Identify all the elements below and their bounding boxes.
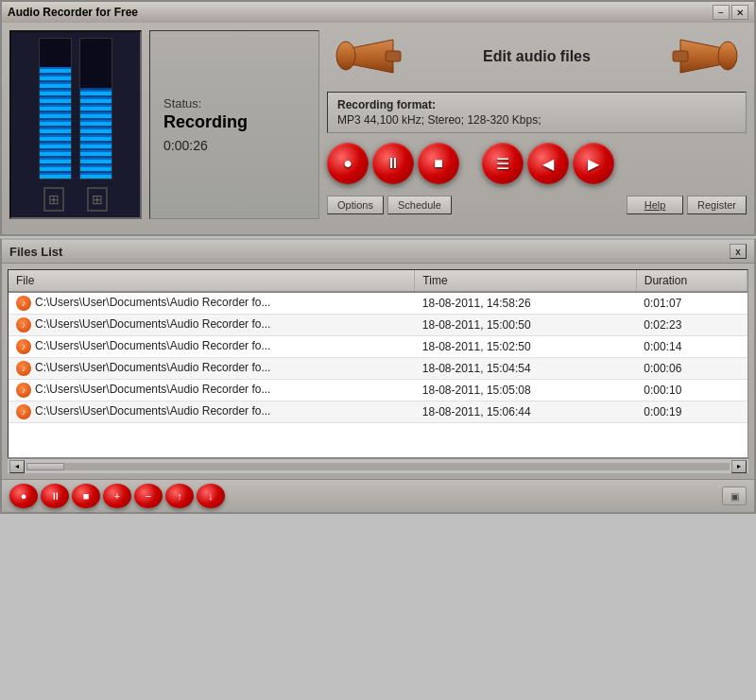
tb-export-button[interactable]: ↑ [165,484,194,508]
file-icon [16,383,31,398]
minimize-button[interactable]: − [713,5,730,20]
status-label: Status: [163,96,305,111]
file-path: C:\Users\User\Documents\Audio Recorder f… [9,336,415,358]
vu-icon-left: ⊞ [43,187,64,212]
record-button[interactable]: ● [327,143,369,184]
file-path: C:\Users\User\Documents\Audio Recorder f… [9,292,415,315]
file-time: 18-08-2011, 15:05:08 [415,380,636,401]
vu-icon-right: ⊞ [87,187,108,212]
svg-rect-0 [386,51,401,61]
window-title: Audio Recorder for Free [8,6,138,19]
format-value: MP3 44,100 kHz; Stereo; 128-320 Kbps; [337,113,736,127]
file-icon [16,404,31,419]
tb-import-button[interactable]: ↓ [197,484,225,508]
file-table-container[interactable]: File Time Duration C:\Users\User\Documen… [8,269,748,458]
file-table: File Time Duration C:\Users\User\Documen… [9,270,747,423]
stop-button[interactable]: ■ [418,143,459,184]
top-section: ⊞ ⊞ Status: Recording 0:00:26 [9,30,747,219]
files-header: Files List x [2,240,754,264]
stop-icon: ■ [434,155,443,172]
files-section: Files List x File Time Duration C:\Users… [0,238,756,514]
status-value: Recording [163,112,305,132]
tb-stop-icon: ■ [83,490,90,502]
pause-button[interactable]: ⏸ [372,143,414,184]
vu-meters [39,38,112,179]
status-panel: Status: Recording 0:00:26 [149,30,319,219]
edit-audio-title: Edit audio files [412,48,662,65]
prev-button[interactable]: ◀ [527,143,569,184]
tb-remove-button[interactable]: − [134,484,163,508]
h-scroll-track [26,463,730,470]
table-row[interactable]: C:\Users\User\Documents\Audio Recorder f… [9,380,747,401]
controls-left: ● ⏸ ■ [327,143,459,184]
file-path: C:\Users\User\Documents\Audio Recorder f… [9,315,415,336]
schedule-button[interactable]: Schedule [387,196,452,214]
col-duration: Duration [636,270,747,292]
table-row[interactable]: C:\Users\User\Documents\Audio Recorder f… [9,401,747,423]
prev-icon: ◀ [542,155,554,173]
svg-rect-2 [673,51,688,61]
tb-record-icon: ● [21,490,27,502]
file-time: 18-08-2011, 14:58:26 [415,292,636,315]
h-scroll-right[interactable]: ▸ [731,460,747,473]
tb-view-icon: ▣ [730,491,739,502]
status-time: 0:00:26 [163,138,305,153]
title-bar-buttons: − ✕ [713,5,748,20]
file-duration: 0:02:23 [636,315,747,336]
horizontal-scroll[interactable]: ◂ ▸ [8,458,748,473]
register-button[interactable]: Register [687,196,747,214]
tb-remove-icon: − [146,490,151,502]
format-info: Recording format: MP3 44,100 kHz; Stereo… [327,92,747,133]
file-duration: 0:01:07 [636,292,747,315]
pause-icon: ⏸ [386,155,401,172]
h-scroll-thumb[interactable] [26,463,64,470]
main-window: ⊞ ⊞ Status: Recording 0:00:26 [0,23,756,236]
tb-pause-button[interactable]: ⏸ [41,484,69,508]
col-time: Time [415,270,636,292]
tb-add-icon: + [114,490,120,502]
file-icon [16,339,31,354]
format-label: Recording format: [337,98,736,111]
file-icon [16,317,31,333]
file-duration: 0:00:14 [636,336,747,358]
tb-stop-button[interactable]: ■ [72,484,100,508]
close-button[interactable]: ✕ [731,5,748,20]
horn-right-icon [662,30,747,82]
title-bar: Audio Recorder for Free − ✕ [0,0,756,23]
file-icon [16,361,31,376]
files-content: File Time Duration C:\Users\User\Documen… [2,264,754,479]
tb-record-button[interactable]: ● [9,484,38,508]
file-time: 18-08-2011, 15:00:50 [415,315,636,336]
file-path: C:\Users\User\Documents\Audio Recorder f… [9,358,415,380]
file-time: 18-08-2011, 15:06:44 [415,401,636,423]
horn-area: Edit audio files [327,30,747,82]
col-file: File [9,270,415,292]
file-time: 18-08-2011, 15:04:54 [415,358,636,380]
tb-export-icon: ↑ [177,490,182,502]
svg-point-1 [336,42,355,70]
vu-icons-row: ⊞ ⊞ [43,187,108,212]
right-panel: Edit audio files [327,30,747,219]
tb-view-button[interactable]: ▣ [722,487,747,505]
horn-left-icon [327,30,412,82]
table-row[interactable]: C:\Users\User\Documents\Audio Recorder f… [9,315,747,336]
vu-bar-left [40,67,71,179]
vu-bar-right [80,88,112,179]
table-row[interactable]: C:\Users\User\Documents\Audio Recorder f… [9,358,747,380]
tb-add-button[interactable]: + [103,484,131,508]
table-row[interactable]: C:\Users\User\Documents\Audio Recorder f… [9,292,747,315]
file-duration: 0:00:10 [636,380,747,401]
record-icon: ● [343,155,352,172]
bottom-toolbar: ● ⏸ ■ + − ↑ ↓ ▣ [2,479,754,512]
h-scroll-left[interactable]: ◂ [9,460,25,473]
file-time: 18-08-2011, 15:02:50 [415,336,636,358]
vu-meter-right [79,38,112,179]
file-duration: 0:00:19 [636,401,747,423]
options-button[interactable]: Options [327,196,384,214]
play-button[interactable]: ▶ [573,143,614,184]
files-close-button[interactable]: x [730,244,747,259]
vu-panel: ⊞ ⊞ [9,30,142,219]
menu-button[interactable]: ☰ [482,143,524,184]
table-row[interactable]: C:\Users\User\Documents\Audio Recorder f… [9,336,747,358]
help-button[interactable]: Help [627,196,683,214]
